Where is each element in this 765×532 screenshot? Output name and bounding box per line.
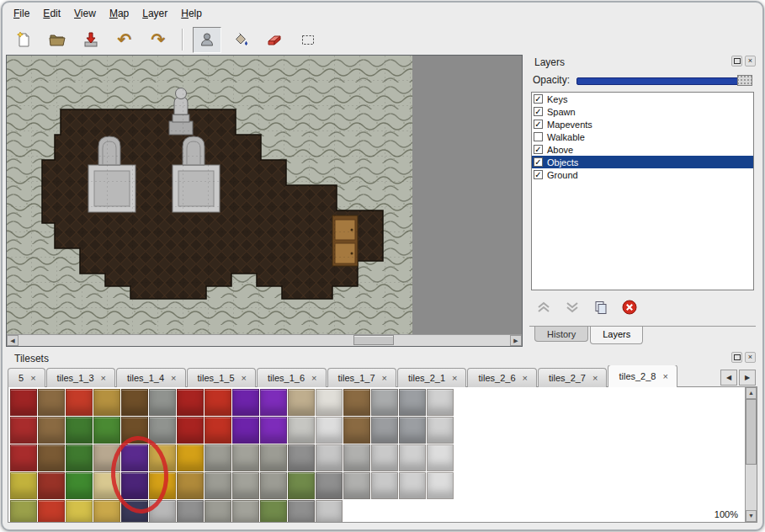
scrollbar-thumb[interactable]	[746, 399, 757, 465]
tab-close-icon[interactable]: ×	[311, 374, 316, 383]
tileset-tile[interactable]	[288, 417, 315, 444]
delete-layer-button[interactable]	[620, 299, 639, 317]
scroll-down-icon[interactable]: ▼	[746, 510, 757, 522]
duplicate-layer-button[interactable]	[592, 299, 610, 317]
tileset-tab-tiles_1_4[interactable]: tiles_1_4×	[116, 368, 185, 387]
layer-visibility-checkbox[interactable]: ✓	[534, 170, 543, 179]
tileset-tab-tiles_2_7[interactable]: tiles_2_7×	[538, 368, 607, 387]
tileset-content[interactable]: ▲ ▼ 100%	[8, 386, 757, 523]
tileset-tab-tiles_1_3[interactable]: tiles_1_3×	[46, 368, 115, 387]
scrollbar-thumb[interactable]	[353, 335, 394, 345]
tileset-tile[interactable]	[343, 444, 370, 471]
tileset-tile[interactable]	[288, 389, 315, 416]
layer-visibility-checkbox[interactable]	[534, 132, 543, 141]
layer-visibility-checkbox[interactable]: ✓	[534, 107, 543, 116]
tileset-tile[interactable]	[66, 444, 93, 471]
tileset-tab-tiles_1_6[interactable]: tiles_1_6×	[257, 368, 326, 387]
tileset-tab-tiles_1_7[interactable]: tiles_1_7×	[327, 368, 396, 387]
layer-row-walkable[interactable]: Walkable	[532, 130, 753, 143]
float-panel-icon[interactable]	[731, 352, 742, 363]
stamp-tool-button[interactable]	[193, 27, 221, 53]
layer-row-keys[interactable]: ✓Keys	[532, 93, 753, 105]
tileset-tile[interactable]	[316, 389, 343, 416]
tileset-tile[interactable]	[399, 389, 426, 416]
tileset-tile[interactable]	[66, 389, 93, 416]
map-canvas[interactable]	[7, 56, 412, 335]
tileset-tile[interactable]	[66, 472, 93, 499]
tab-scroll-left-icon[interactable]: ◀	[720, 370, 737, 386]
tileset-tab-tiles_1_5[interactable]: tiles_1_5×	[187, 368, 256, 387]
float-panel-icon[interactable]	[731, 56, 742, 66]
tab-close-icon[interactable]: ×	[662, 372, 667, 381]
tileset-tile[interactable]	[260, 472, 287, 499]
redo-button[interactable]: ↷	[144, 27, 173, 53]
tileset-tile[interactable]	[38, 500, 65, 523]
tileset-tile[interactable]	[10, 444, 37, 471]
tab-close-icon[interactable]: ×	[242, 374, 247, 383]
tileset-tile[interactable]	[38, 472, 65, 499]
tileset-tile[interactable]	[66, 500, 93, 523]
tileset-tab-5[interactable]: 5×	[8, 368, 45, 387]
layer-visibility-checkbox[interactable]: ✓	[534, 145, 543, 154]
tab-close-icon[interactable]: ×	[171, 374, 176, 383]
tileset-tile[interactable]	[288, 500, 315, 523]
scroll-up-icon[interactable]: ▲	[746, 387, 757, 399]
tileset-tile[interactable]	[232, 472, 259, 499]
tileset-tab-tiles_2_6[interactable]: tiles_2_6×	[467, 368, 536, 387]
tab-close-icon[interactable]: ×	[101, 374, 106, 383]
tileset-tile[interactable]	[316, 417, 343, 444]
layer-row-ground[interactable]: ✓Ground	[532, 168, 753, 181]
tileset-tile[interactable]	[427, 444, 454, 471]
tileset-tile[interactable]	[232, 389, 259, 416]
tab-close-icon[interactable]: ×	[30, 374, 35, 383]
tileset-tile[interactable]	[260, 389, 287, 416]
raise-layer-button[interactable]	[534, 299, 553, 317]
tileset-tile[interactable]	[10, 389, 37, 416]
layer-row-objects[interactable]: ✓Objects	[532, 156, 753, 168]
tileset-tile[interactable]	[260, 417, 287, 444]
tileset-tab-tiles_2_8[interactable]: tiles_2_8×	[608, 365, 677, 387]
tab-close-icon[interactable]: ×	[523, 374, 528, 383]
tileset-tile[interactable]	[177, 444, 204, 471]
new-file-button[interactable]	[9, 27, 38, 53]
tileset-tile[interactable]	[343, 417, 370, 444]
tileset-tile[interactable]	[205, 444, 231, 471]
tileset-tile[interactable]	[316, 500, 343, 523]
tab-close-icon[interactable]: ×	[452, 374, 457, 383]
tab-layers[interactable]: Layers	[590, 327, 643, 344]
tileset-tile[interactable]	[399, 417, 426, 444]
map-horizontal-scrollbar[interactable]: ◀ ▶	[7, 334, 522, 346]
tileset-tile[interactable]	[38, 417, 65, 444]
layer-visibility-checkbox[interactable]: ✓	[534, 157, 543, 167]
tileset-tile[interactable]	[93, 417, 120, 444]
tileset-tile[interactable]	[371, 444, 398, 471]
opacity-slider[interactable]	[576, 73, 752, 87]
tileset-tile[interactable]	[316, 472, 343, 499]
tileset-tile[interactable]	[177, 389, 204, 416]
tileset-tile[interactable]	[371, 472, 398, 499]
menu-help[interactable]: Help	[175, 6, 208, 21]
scroll-right-icon[interactable]: ▶	[510, 335, 522, 346]
tileset-tile[interactable]	[93, 389, 120, 416]
tileset-tile[interactable]	[205, 472, 231, 499]
tileset-tile[interactable]	[232, 500, 259, 523]
tileset-tile[interactable]	[427, 389, 454, 416]
menu-map[interactable]: Map	[104, 6, 135, 21]
tab-scroll-right-icon[interactable]: ▶	[739, 370, 756, 386]
tileset-tile[interactable]	[149, 389, 176, 416]
tileset-tile[interactable]	[343, 472, 370, 499]
menu-view[interactable]: View	[68, 6, 102, 21]
tileset-tile[interactable]	[371, 389, 398, 416]
tileset-tile[interactable]	[177, 472, 204, 499]
close-panel-icon[interactable]: ×	[745, 56, 756, 66]
tileset-tile[interactable]	[177, 417, 204, 444]
menu-file[interactable]: File	[8, 6, 35, 21]
tileset-tile[interactable]	[288, 444, 315, 471]
undo-button[interactable]: ↶	[110, 27, 139, 53]
tab-history[interactable]: History	[534, 327, 588, 342]
layer-visibility-checkbox[interactable]: ✓	[534, 94, 543, 104]
tileset-tile[interactable]	[10, 472, 37, 499]
tileset-vertical-scrollbar[interactable]: ▲ ▼	[745, 387, 757, 522]
tileset-tile[interactable]	[177, 500, 204, 523]
tileset-tile[interactable]	[38, 444, 65, 471]
